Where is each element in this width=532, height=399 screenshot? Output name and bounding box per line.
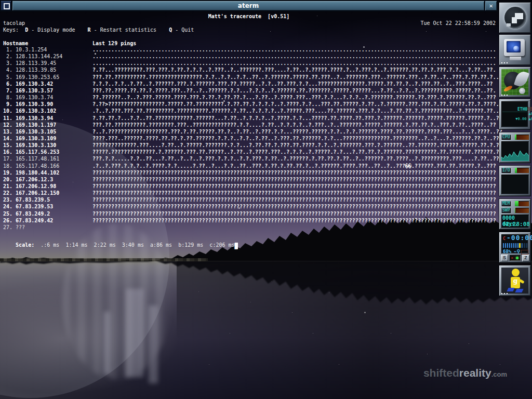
window-title[interactable]: aterm <box>12 1 484 10</box>
suspend-button[interactable]: S <box>501 255 508 261</box>
ping-history: ........................................… <box>92 60 496 66</box>
dock-tile-io-monitor[interactable]: I/O <box>499 165 531 196</box>
ping-history: ????????????????????????????????????????… <box>92 170 496 176</box>
crt-monitor-icon <box>504 39 525 56</box>
hop-hostname: 25. 67.83.249.2 <box>3 211 50 217</box>
watermark-shifted: shifted <box>423 367 459 379</box>
dock-tile-memory-monitor[interactable]: MEM SWP 0000 days, 02:28:08 <box>499 198 531 230</box>
scale-values: .:6 ms 1:14 ms 2:22 ms 3:40 ms a:86 ms b… <box>34 242 234 248</box>
dock-tile-circuit-app[interactable] <box>499 66 531 98</box>
trace-row: 12. 169.130.1.197???.??.??????????.?????… <box>0 122 498 129</box>
trace-row: 7. 169.130.3.57???.??.????.??.??.?.????.… <box>0 88 498 95</box>
keys-part: - Quit <box>172 27 194 33</box>
hop-hostname: 16. 165.117.56.253 <box>3 149 59 155</box>
uptime-clock: 02:28:08 <box>502 221 530 227</box>
hop-hostname: 1. 10.3.1.254 <box>3 47 47 52</box>
trace-row: 15. 169.130.3.130??????????????.???....?… <box>0 142 498 149</box>
reflection-fade <box>177 261 532 339</box>
hostname-column-header: Hostname <box>3 40 28 47</box>
io-history-graph <box>501 175 529 194</box>
trace-row: 13. 169.130.3.105?..?.??????????????????… <box>0 129 498 136</box>
trace-row: 23. 67.83.239.5?????????????????????????… <box>0 197 498 204</box>
window-menu-button[interactable] <box>1 1 11 10</box>
trace-row: 18. 165.117.48.166.?..?.???.?.?.?..?.???… <box>0 163 498 170</box>
window-titlebar[interactable]: aterm ✕ <box>0 0 498 11</box>
standby-button[interactable]: Z <box>522 255 529 261</box>
battery-gauge <box>503 243 528 248</box>
red-led <box>511 257 513 259</box>
battery-time-remaining: -00:00 <box>507 235 532 241</box>
scale-label: Scale: <box>16 242 34 248</box>
dock-tile-wmaker[interactable] <box>499 2 531 33</box>
hop-hostname: 23. 67.83.239.5 <box>3 197 50 203</box>
mem-usage-bar <box>515 201 529 206</box>
ping-history: .?..?.???.?.?.?..?.????.?.?.....?.??..?.… <box>92 163 496 169</box>
ping-history: ?.?.?..?.?..?.??..?.??????.???.?.??????.… <box>92 81 493 87</box>
dock-tile-gabber[interactable]: g <box>499 265 531 296</box>
net-proto-dim: BB.A <box>527 107 532 112</box>
mtr-app-title: Matt's traceroute [v0.51] <box>0 13 498 20</box>
trace-row: 26. 67.83.249.42????????????????????????… <box>0 218 498 224</box>
trace-row: 25. 67.83.249.2?????????????????????????… <box>0 211 498 218</box>
trace-row: 10. 169.130.3.102.?..?.???.???.??.??????… <box>0 108 498 115</box>
hop-hostname: 8. 169.130.3.74 <box>3 95 53 100</box>
watermark-reality: reality <box>459 367 491 379</box>
swp-label: SWP <box>501 208 511 213</box>
green-led <box>516 257 518 259</box>
charge-indicator: C <box>503 236 506 242</box>
trace-row: 27. ??? <box>0 224 498 231</box>
watermark-com: .com <box>491 370 507 378</box>
pings-column-header: Last 129 pings <box>92 40 136 47</box>
ping-history: ?????.??????????????.?.??????.???.??.???… <box>92 149 524 155</box>
hop-hostname: 11. 169.130.3.94 <box>3 115 53 121</box>
cpu-load-bar <box>515 135 529 140</box>
trace-row: 17. 165.117.48.161???.?.?.....?.?..??...… <box>0 156 498 163</box>
keys-part: Keys: <box>3 27 25 33</box>
ping-history: ????.???..??????.????.??.??.?.??.??????.… <box>92 136 502 141</box>
trace-row: 16. 165.117.56.253?????.??????????????.?… <box>0 149 498 156</box>
hop-hostname: 6. 169.130.3.42 <box>3 81 53 87</box>
shoreline <box>0 258 208 261</box>
trace-row: 1. 10.3.1.254...........................… <box>0 47 498 54</box>
scale-legend: Scale: .:6 ms 1:14 ms 2:22 ms 3:40 ms a:… <box>3 235 238 256</box>
aterm-window: aterm ✕ Matt's traceroute [v0.51] tacola… <box>0 0 498 249</box>
io-load-bar <box>515 168 529 173</box>
trace-row: 21. 167.206.12.98???????????????????????… <box>0 183 498 190</box>
dock-tile-monitor-app[interactable] <box>499 34 531 65</box>
net-up-rate: ▲0.00 <box>529 112 532 116</box>
swp-usage-bar <box>515 208 529 213</box>
ping-history: ???.??.??????????.????????.???..????????… <box>92 122 496 128</box>
hop-hostname: 26. 67.83.249.42 <box>3 218 53 223</box>
dock-tile-network-monitor[interactable]: ETH0BB.AB ▼0.00 ▲0.00 ▼0.00 ▲0.00 <box>499 99 531 130</box>
ping-history: ........................................… <box>92 47 496 52</box>
moon-water-streak <box>104 312 110 374</box>
dock-tile-cpu-monitor[interactable]: CPU <box>499 132 531 163</box>
running-indicator <box>501 95 502 96</box>
trace-row: 5. 169.130.253.65???.??.??????????.?????… <box>0 74 498 81</box>
net-down-total: ▼0.00 <box>515 117 526 121</box>
ping-history: ???.??.????.??.??.?.????.???..??..?..???… <box>92 88 496 94</box>
hop-hostname: 14. 169.130.3.109 <box>3 136 56 141</box>
ping-history: ????????????????????????????????????????… <box>92 211 496 217</box>
trace-row: 20. 167.206.12.3????????????????????????… <box>0 177 498 183</box>
battery-outline-icon <box>521 250 528 255</box>
trace-row: 19. 198.180.44.102??????????????????????… <box>0 170 498 177</box>
hop-hostname: 27. ??? <box>3 224 25 230</box>
status-led-panel <box>510 255 521 261</box>
hop-hostname: 22. 167.206.12.150 <box>3 190 59 196</box>
hop-hostname: 15. 169.130.3.130 <box>3 142 56 148</box>
dock-tile-battery-clock[interactable]: C -00:00 68% ⌁⚲ S Z <box>499 232 531 263</box>
ping-history: ????????????????????????????????????????… <box>92 204 496 209</box>
trace-row: 22. 167.206.12.150??????????????????????… <box>0 190 498 197</box>
local-hostname: tacolap <box>3 20 25 26</box>
ping-history: ????????????????????????????????????????… <box>92 197 496 203</box>
close-button[interactable]: ✕ <box>485 1 497 10</box>
ping-history: ????????????????????????????????????????… <box>92 183 496 189</box>
running-indicator <box>501 62 502 63</box>
ping-history: ????????????????????????????????????????… <box>92 218 496 223</box>
hop-hostname: 13. 169.130.3.105 <box>3 129 56 135</box>
trace-row: 8. 169.130.3.74??.??????..?..?.???.?????… <box>0 95 498 101</box>
io-label: I/O <box>501 168 511 173</box>
hop-hostname: 9. 169.130.3.90 <box>3 101 53 107</box>
ping-history: ?.??.??.?...?.?..??.????????????.??????.… <box>92 115 506 121</box>
